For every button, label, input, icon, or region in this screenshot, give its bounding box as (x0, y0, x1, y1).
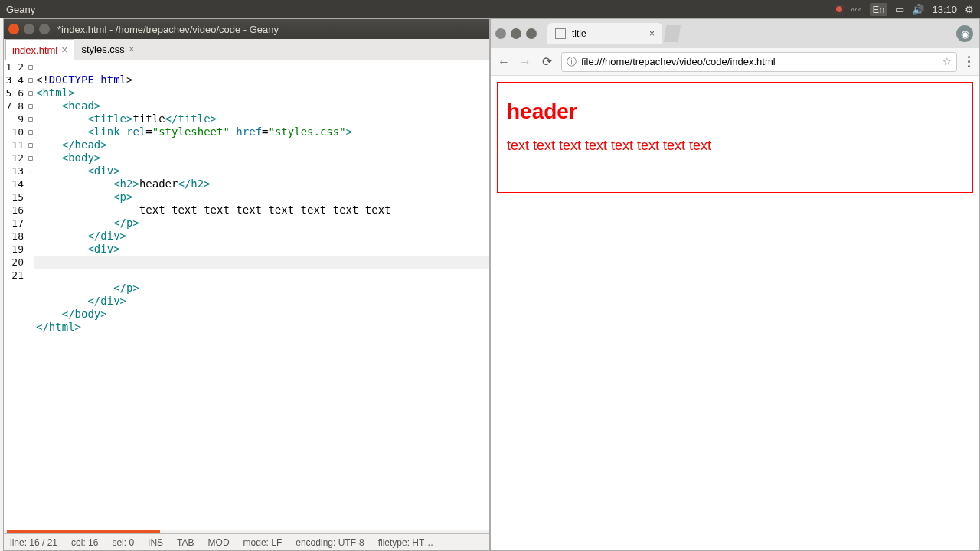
window-maximize-icon[interactable] (39, 24, 50, 34)
browser-window: title × ◉ ← → ⟳ ⓘ file:///home/trepachev… (490, 18, 980, 551)
tab-label: styles.css (81, 44, 124, 55)
status-line: line: 16 / 21 (10, 537, 57, 548)
editor-tabs: index.html × styles.css × (4, 39, 489, 60)
info-icon[interactable]: ⓘ (567, 55, 577, 69)
system-menubar: Geany ◦◦◦ En ▭ 🔊 13:10 ⚙ (0, 0, 980, 18)
forward-button[interactable]: → (518, 55, 532, 69)
clock: 13:10 (932, 4, 957, 15)
window-minimize-icon[interactable] (511, 28, 521, 39)
window-title: *index.html - /home/trepachev/video/code… (57, 24, 279, 35)
tab-styles-css[interactable]: styles.css × (74, 38, 142, 60)
status-filetype: filetype: HT… (378, 537, 434, 548)
bookmark-icon[interactable]: ☆ (942, 56, 952, 67)
tab-title: title (572, 28, 586, 39)
system-tray: ◦◦◦ En ▭ 🔊 13:10 ⚙ (835, 3, 974, 16)
session-icon[interactable]: ⚙ (965, 4, 974, 15)
page-paragraph: text text text text text text text text (507, 138, 963, 154)
status-mode: mode: LF (243, 537, 283, 548)
window-maximize-icon[interactable] (526, 28, 537, 39)
record-icon[interactable] (835, 5, 844, 14)
wifi-icon[interactable]: ◦◦◦ (851, 4, 862, 15)
volume-icon[interactable]: 🔊 (912, 4, 924, 15)
geany-window: *index.html - /home/trepachev/video/code… (3, 18, 490, 551)
status-col: col: 16 (71, 537, 98, 548)
browser-tabbar: title × ◉ (491, 19, 979, 48)
tab-label: index.html (12, 44, 57, 56)
tab-index-html[interactable]: index.html × (5, 39, 74, 60)
page-box: header text text text text text text tex… (497, 82, 973, 193)
browser-viewport: header text text text text text text tex… (491, 76, 979, 550)
favicon-icon (555, 28, 566, 39)
window-close-icon[interactable] (495, 28, 506, 39)
status-ins: INS (148, 537, 163, 548)
close-icon[interactable]: × (649, 28, 655, 39)
fold-column[interactable]: ⊟ ⊟ ⊟ ⊟ ⊟ ⊟ ⊟ ⊟ − (27, 60, 34, 530)
url-text: file:///home/trepachev/video/code/index.… (581, 56, 776, 67)
new-tab-button[interactable] (664, 25, 681, 42)
close-icon[interactable]: × (61, 44, 67, 56)
browser-tab[interactable]: title × (547, 23, 662, 44)
battery-icon[interactable]: ▭ (895, 4, 904, 15)
status-sel: sel: 0 (112, 537, 134, 548)
reload-button[interactable]: ⟳ (540, 54, 554, 69)
browser-toolbar: ← → ⟳ ⓘ file:///home/trepachev/video/cod… (491, 48, 979, 76)
profile-icon[interactable]: ◉ (956, 25, 973, 42)
status-mod: MOD (208, 537, 230, 548)
statusbar: line: 16 / 21 col: 16 sel: 0 INS TAB MOD… (4, 533, 489, 550)
keyboard-lang[interactable]: En (870, 3, 888, 16)
status-tab: TAB (177, 537, 194, 548)
app-name: Geany (6, 4, 35, 15)
geany-titlebar: *index.html - /home/trepachev/video/code… (4, 19, 489, 39)
browser-menu-button[interactable] (965, 53, 973, 70)
url-bar[interactable]: ⓘ file:///home/trepachev/video/code/inde… (561, 52, 957, 72)
close-icon[interactable]: × (129, 43, 135, 55)
back-button[interactable]: ← (497, 55, 511, 69)
code-area[interactable]: <!DOCTYPE html> <html> <head> <title>tit… (34, 60, 489, 530)
window-minimize-icon[interactable] (24, 24, 34, 34)
line-numbers: 1 2 3 4 5 6 7 8 9 10 11 12 13 14 15 16 1… (4, 60, 27, 530)
page-header: header (507, 99, 963, 124)
code-editor[interactable]: 1 2 3 4 5 6 7 8 9 10 11 12 13 14 15 16 1… (4, 60, 489, 530)
window-close-icon[interactable] (8, 24, 19, 34)
status-encoding: encoding: UTF-8 (296, 537, 364, 548)
